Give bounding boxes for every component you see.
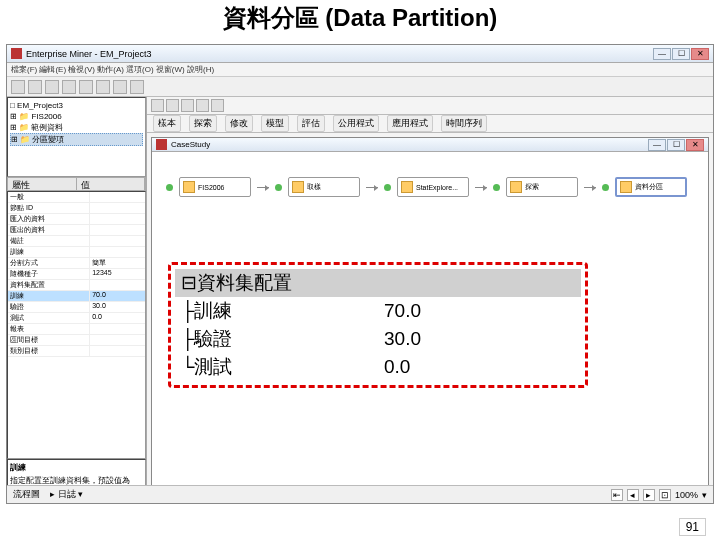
minimize-button[interactable]: — — [653, 48, 671, 60]
callout-val: 0.0 — [378, 353, 581, 381]
minimize-button[interactable]: — — [648, 139, 666, 151]
tab[interactable]: 修改 — [225, 115, 253, 132]
flow-arrow — [366, 187, 378, 188]
zoom-fit-icon[interactable]: ⊡ — [659, 489, 671, 501]
tree-item-selected[interactable]: ⊞ 📁 分區變項 — [10, 133, 143, 146]
maximize-button[interactable]: ☐ — [672, 48, 690, 60]
node-icon — [510, 181, 522, 193]
tab[interactable]: 公用程式 — [333, 115, 379, 132]
tab[interactable]: 評估 — [297, 115, 325, 132]
diagram-title: CaseStudy — [171, 140, 210, 149]
app-window: Enterprise Miner - EM_Project3 — ☐ ✕ 檔案(… — [6, 44, 714, 504]
process-flow[interactable]: FIS2006取樣StatExplore...探索資料分區 — [166, 174, 694, 200]
palette-toolbar[interactable] — [147, 97, 713, 115]
property-row[interactable]: 驗證30.0 — [8, 302, 145, 313]
property-row[interactable]: 隨機種子12345 — [8, 269, 145, 280]
tool-tabs[interactable]: 樣本探索修改模型評估公用程式應用程式時間序列 — [147, 115, 713, 133]
props-col-name: 屬性 — [8, 178, 77, 190]
property-row[interactable]: 備註 — [8, 236, 145, 247]
zoom-value: 100% — [675, 490, 698, 500]
diagram-icon — [156, 139, 167, 150]
callout-key: └測試 — [175, 353, 378, 381]
tab[interactable]: 樣本 — [153, 115, 181, 132]
connector-dot-icon — [166, 184, 173, 191]
node-icon — [401, 181, 413, 193]
palette-button[interactable] — [211, 99, 224, 112]
property-row[interactable]: 匯出的資料 — [8, 225, 145, 236]
property-grid[interactable]: 一般節點 ID匯入的資料匯出的資料備註訓練分割方式簡單隨機種子12345資料集配… — [7, 191, 146, 459]
node-icon — [620, 181, 632, 193]
property-row[interactable]: 測試0.0 — [8, 313, 145, 324]
palette-button[interactable] — [151, 99, 164, 112]
menubar[interactable]: 檔案(F) 編輯(E) 檢視(V) 動作(A) 選項(O) 視窗(W) 說明(H… — [7, 63, 713, 77]
palette-button[interactable] — [181, 99, 194, 112]
property-row[interactable]: 報表 — [8, 324, 145, 335]
flow-node[interactable]: 資料分區 — [615, 177, 687, 197]
nav-prev-icon[interactable]: ◂ — [627, 489, 639, 501]
close-button[interactable]: ✕ — [686, 139, 704, 151]
project-tree[interactable]: □ EM_Project3 ⊞ 📁 FIS2006 ⊞ 📁 範例資料 ⊞ 📁 分… — [7, 97, 146, 177]
callout-header: ⊟資料集配置 — [175, 269, 581, 297]
node-icon — [292, 181, 304, 193]
toolbar-button[interactable] — [96, 80, 110, 94]
desc-title: 訓練 — [10, 462, 143, 473]
titlebar[interactable]: Enterprise Miner - EM_Project3 — ☐ ✕ — [7, 45, 713, 63]
toolbar-button[interactable] — [62, 80, 76, 94]
zoom-control[interactable]: ⇤ ◂ ▸ ⊡ 100% ▾ — [611, 489, 707, 501]
window-title: Enterprise Miner - EM_Project3 — [26, 49, 152, 59]
property-row[interactable]: 匯入的資料 — [8, 214, 145, 225]
toolbar-button[interactable] — [130, 80, 144, 94]
tab[interactable]: 探索 — [189, 115, 217, 132]
page-number: 91 — [679, 518, 706, 536]
maximize-button[interactable]: ☐ — [667, 139, 685, 151]
property-row[interactable]: 資料集配置 — [8, 280, 145, 291]
palette-button[interactable] — [166, 99, 179, 112]
close-button[interactable]: ✕ — [691, 48, 709, 60]
property-row[interactable]: 訓練 — [8, 247, 145, 258]
connector-dot-icon — [275, 184, 282, 191]
property-row[interactable]: 區間目標 — [8, 335, 145, 346]
callout-val: 30.0 — [378, 325, 581, 353]
nav-next-icon[interactable]: ▸ — [643, 489, 655, 501]
diagram-window[interactable]: CaseStudy — ☐ ✕ FIS2006取樣StatExplore...探… — [151, 137, 709, 499]
flow-node[interactable]: 取樣 — [288, 177, 360, 197]
flow-node[interactable]: StatExplore... — [397, 177, 469, 197]
callout-key: ├驗證 — [175, 325, 378, 353]
dropdown-icon[interactable]: ▾ — [702, 490, 707, 500]
node-icon — [183, 181, 195, 193]
property-row[interactable]: 類別目標 — [8, 346, 145, 357]
property-row[interactable]: 訓練70.0 — [8, 291, 145, 302]
property-row[interactable]: 節點 ID — [8, 203, 145, 214]
app-icon — [11, 48, 22, 59]
tree-root[interactable]: □ EM_Project3 — [10, 100, 143, 111]
tree-item[interactable]: ⊞ 📁 範例資料 — [10, 122, 143, 133]
toolbar-button[interactable] — [11, 80, 25, 94]
main-toolbar[interactable] — [7, 77, 713, 97]
flow-arrow — [475, 187, 487, 188]
flow-node[interactable]: FIS2006 — [179, 177, 251, 197]
status-label[interactable]: ▸ 日誌 ▾ — [50, 488, 83, 501]
flow-arrow — [584, 187, 596, 188]
tab[interactable]: 應用程式 — [387, 115, 433, 132]
toolbar-button[interactable] — [79, 80, 93, 94]
connector-dot-icon — [493, 184, 500, 191]
tab[interactable]: 時間序列 — [441, 115, 487, 132]
property-row[interactable]: 一般 — [8, 192, 145, 203]
flow-node[interactable]: 探索 — [506, 177, 578, 197]
diagram-canvas[interactable]: FIS2006取樣StatExplore...探索資料分區 ⊟資料集配置 ├訓練… — [152, 152, 708, 498]
palette-button[interactable] — [196, 99, 209, 112]
tree-item[interactable]: ⊞ 📁 FIS2006 — [10, 111, 143, 122]
callout-key: ├訓練 — [175, 297, 378, 325]
props-header: 屬性 值 — [7, 177, 146, 191]
status-bar: 流程圖 ▸ 日誌 ▾ ⇤ ◂ ▸ ⊡ 100% ▾ — [7, 485, 713, 503]
flow-arrow — [257, 187, 269, 188]
property-row[interactable]: 分割方式簡單 — [8, 258, 145, 269]
status-label[interactable]: 流程圖 — [13, 488, 40, 501]
tab[interactable]: 模型 — [261, 115, 289, 132]
toolbar-button[interactable] — [45, 80, 59, 94]
nav-first-icon[interactable]: ⇤ — [611, 489, 623, 501]
partition-callout: ⊟資料集配置 ├訓練70.0 ├驗證30.0 └測試0.0 — [168, 262, 588, 388]
connector-dot-icon — [602, 184, 609, 191]
toolbar-button[interactable] — [113, 80, 127, 94]
toolbar-button[interactable] — [28, 80, 42, 94]
